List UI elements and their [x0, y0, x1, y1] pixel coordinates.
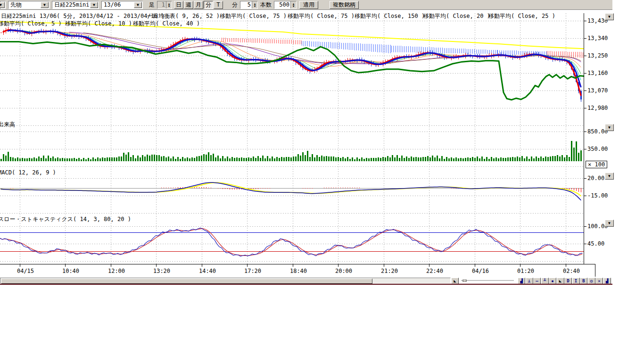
legend-item: 移動平均( Close, 40 ): [133, 21, 200, 27]
horizontal-line-button[interactable]: —: [533, 278, 541, 284]
bar-chart-button[interactable]: ╨: [541, 278, 549, 284]
y-tick-label: -15.00: [587, 192, 608, 199]
x-tick-label: 04/16: [472, 268, 489, 274]
spinner-arrows-icon[interactable]: ▲▼: [252, 1, 257, 8]
trend-line-button[interactable]: ◣: [557, 278, 564, 284]
legend-item: 日経225mini 13/06( 5分, 2013/04/12 - 2013/0…: [1, 13, 165, 19]
volume-multiplier-badge: × 100: [586, 161, 607, 168]
contract-combobox[interactable]: 13/06 ▼: [101, 1, 143, 9]
symbol-combobox-value: 日経225mini: [54, 1, 90, 9]
symbol-combobox[interactable]: 日経225mini ▼: [52, 1, 99, 9]
x-tick-label: 22:40: [426, 268, 443, 274]
apply-button[interactable]: 適用: [299, 1, 318, 9]
x-tick-label: 01:20: [517, 268, 534, 274]
spinner-arrows-icon[interactable]: ▲▼: [290, 1, 296, 8]
x-tick-label: 20:00: [335, 268, 352, 274]
draw-i-button[interactable]: I: [572, 278, 580, 284]
x-tick-label: 04/15: [17, 268, 34, 274]
minute-spinner[interactable]: 5 ▲▼: [240, 1, 258, 9]
toolbar: ▼ 先物 ▼ 日経225mini ▼ 13/06 ▼ 足 1 ▲▼ 日週月分T …: [0, 0, 612, 10]
macd-pane-label: MACD( 12, 26, 9 ): [0, 170, 56, 176]
chevron-down-icon[interactable]: ▼: [41, 2, 49, 8]
y-tick-label: 13,160: [587, 70, 608, 76]
period-button-分[interactable]: 分: [204, 1, 213, 9]
bar-count-value: 500: [274, 1, 290, 8]
chart-style-button[interactable]: ▟: [603, 278, 611, 284]
tick-interval-value: 1: [157, 1, 166, 8]
x-tick-label: 13:20: [153, 268, 170, 274]
legend-item: 移動平均( Close, 75 ): [288, 13, 355, 19]
legend-item: 一目均衡表( 9, 26, 52 ): [147, 13, 220, 19]
market-combobox-value: 先物: [10, 1, 22, 9]
legend-item: 移動平均( Close, 150 ): [355, 13, 425, 19]
period-button-group: 日週月分T: [174, 1, 223, 9]
crosshair-button[interactable]: ⊥: [526, 278, 533, 284]
x-tick-label: 17:20: [244, 268, 261, 274]
legend-item: 移動平均( Close, 20 ): [423, 13, 490, 19]
bar-count-label: 本数: [259, 1, 273, 9]
period-button-T[interactable]: T: [214, 1, 223, 9]
draw-d-button[interactable]: D: [564, 278, 572, 284]
period-button-日[interactable]: 日: [174, 1, 183, 9]
y-tick-label: 13,250: [587, 52, 608, 59]
y-tick-label: 45.00: [587, 240, 604, 247]
volume-pane-label: 出来高: [0, 122, 15, 128]
chevron-down-icon[interactable]: ▼: [0, 2, 5, 8]
spinner-arrows-icon: ▲▼: [166, 1, 172, 8]
chevron-down-icon[interactable]: ▼: [134, 2, 142, 8]
edge-combobox[interactable]: ▼: [0, 1, 6, 9]
minute-label: 分: [231, 1, 239, 9]
horizontal-scrollbar[interactable]: [0, 278, 451, 284]
y-tick-label: 12,980: [587, 105, 608, 111]
period-button-週[interactable]: 週: [184, 1, 193, 9]
pane-collapse-arrow-button[interactable]: ▼: [605, 13, 614, 20]
chart-application-window: ▼ 先物 ▼ 日経225mini ▼ 13/06 ▼ 足 1 ▲▼ 日週月分T …: [0, 0, 644, 362]
bar-count-spinner[interactable]: 500 ▲▼: [274, 1, 297, 9]
x-tick-label: 10:40: [62, 268, 79, 274]
x-tick-label: 21:20: [381, 268, 398, 274]
stoch-pane-label: スロー・ストキャスティクス( 14, 3, 80, 20 ): [0, 216, 131, 222]
x-tick-label: 12:00: [108, 268, 125, 274]
legend-item: 移動平均( Close, 25 ): [488, 13, 555, 19]
chart-canvas[interactable]: [0, 0, 644, 362]
pane-collapse-arrow-button[interactable]: ▼: [605, 220, 614, 227]
y-tick-label: 13,070: [587, 87, 608, 94]
dot-mark-button[interactable]: ▪: [549, 278, 556, 284]
pane-collapse-arrow-button[interactable]: ▼: [605, 124, 614, 131]
x-tick-label: 18:40: [290, 268, 307, 274]
minute-value: 5: [240, 1, 252, 8]
legend-item: 移動平均( Close, 10 ): [65, 21, 132, 27]
period-button-月[interactable]: 月: [194, 1, 203, 9]
legend-item: 移動平均( Close, 75 ): [220, 13, 287, 19]
y-tick-label: 350.00: [587, 146, 608, 152]
pan-handle-button[interactable]: ◣: [451, 278, 459, 284]
y-tick-label: 20.00: [587, 175, 604, 181]
tick-interval-spinner: 1 ▲▼: [157, 1, 172, 9]
close-x-button[interactable]: ✕: [595, 278, 603, 284]
market-combobox[interactable]: 先物 ▼: [8, 1, 50, 9]
scrollbar-thumb[interactable]: [1, 279, 372, 284]
pane-collapse-arrow-button[interactable]: ▼: [605, 173, 614, 180]
candle-chart-button[interactable]: ▟: [518, 278, 525, 284]
globe-button[interactable]: ◎: [588, 278, 595, 284]
contract-combobox-value: 13/06: [104, 1, 121, 8]
legend-item: 移動平均( Close, 5 ): [0, 21, 62, 27]
zoom-slider[interactable]: [461, 280, 514, 282]
chevron-down-icon[interactable]: ▼: [90, 2, 98, 8]
x-tick-label: 14:40: [199, 268, 216, 274]
multi-symbol-button[interactable]: 複数銘柄: [330, 1, 359, 9]
x-tick-label: 02:40: [563, 268, 580, 274]
y-tick-label: 13,340: [587, 35, 608, 41]
draw-b-button[interactable]: B: [580, 278, 587, 284]
window-bottom-border: [0, 284, 612, 285]
bar-type-label: 足: [148, 1, 156, 9]
